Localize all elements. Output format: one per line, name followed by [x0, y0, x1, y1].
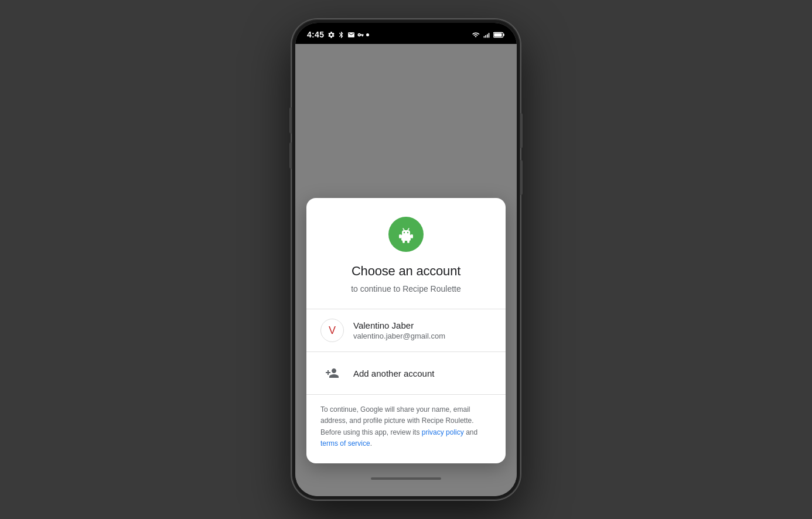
status-bar: 4:45 [295, 23, 517, 44]
dialog-subtitle: to continue to Recipe Roulette [351, 284, 461, 295]
svg-rect-15 [411, 234, 413, 238]
gmail-icon [347, 31, 355, 39]
screen-content: Choose an account to continue to Recipe … [295, 44, 517, 496]
account-email: valentino.jaber@gmail.com [353, 332, 445, 340]
svg-point-11 [407, 231, 408, 233]
phone-device: 4:45 [292, 19, 520, 500]
home-bar [371, 473, 441, 484]
home-indicator[interactable] [371, 477, 441, 480]
status-time: 4:45 [307, 30, 324, 39]
avatar: V [320, 319, 344, 342]
add-account-label: Add another account [353, 368, 434, 378]
account-info: Valentino Jaber valentino.jaber@gmail.co… [353, 320, 445, 340]
signal-icon [483, 31, 491, 39]
svg-rect-3 [489, 33, 490, 37]
key-icon [357, 32, 364, 38]
wifi-icon [471, 31, 480, 39]
status-bar-right [471, 31, 505, 39]
add-account-button[interactable]: Add another account [306, 352, 506, 394]
svg-rect-9 [402, 230, 410, 235]
svg-rect-0 [484, 36, 485, 37]
svg-point-10 [404, 231, 405, 233]
phone-screen: 4:45 [295, 23, 517, 496]
dialog-title: Choose an account [352, 264, 460, 279]
person-add-icon [325, 366, 339, 380]
dialog-top: Choose an account to continue to Recipe … [306, 198, 506, 309]
privacy-text: To continue, Google will share your name… [306, 395, 506, 449]
volume-up-button[interactable] [289, 107, 292, 134]
svg-rect-1 [485, 35, 486, 37]
android-robot-icon [395, 224, 417, 245]
account-picker-dialog: Choose an account to continue to Recipe … [306, 198, 506, 463]
terms-of-service-link[interactable]: terms of service [320, 439, 370, 448]
privacy-policy-link[interactable]: privacy policy [422, 428, 464, 436]
add-account-icon [320, 361, 344, 385]
account-list-item[interactable]: V Valentino Jaber valentino.jaber@gmail.… [306, 309, 506, 351]
avatar-letter: V [329, 325, 336, 337]
svg-rect-2 [487, 34, 488, 37]
svg-rect-16 [402, 240, 405, 243]
status-icons-left [327, 31, 369, 39]
svg-rect-17 [407, 240, 410, 243]
bluetooth-icon [337, 31, 345, 39]
period: . [370, 439, 372, 448]
volume-down-button[interactable] [289, 142, 292, 169]
and-text: and [464, 428, 477, 436]
svg-rect-14 [399, 234, 401, 238]
account-name: Valentino Jaber [353, 320, 445, 330]
svg-rect-6 [494, 33, 501, 36]
app-icon [388, 217, 424, 252]
battery-icon [493, 31, 505, 39]
status-bar-left: 4:45 [307, 30, 369, 39]
notification-dot [366, 33, 369, 36]
svg-rect-5 [503, 33, 504, 36]
settings-icon [327, 31, 335, 39]
